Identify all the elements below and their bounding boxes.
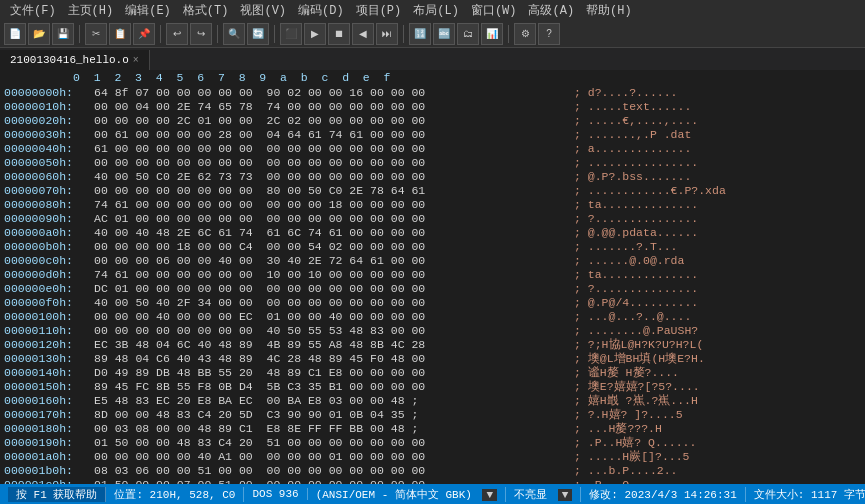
hex-bytes[interactable]: 00 00 00 40 00 00 00 EC 01 00 00 40 00 0… bbox=[94, 310, 574, 324]
hex-bytes[interactable]: D0 49 89 DB 48 BB 55 20 48 89 C1 E8 00 0… bbox=[94, 366, 574, 380]
status-charset: (ANSI/OEM - 简体中文 GBK) ▼ bbox=[308, 487, 506, 502]
menu-advanced[interactable]: 高级(A) bbox=[522, 0, 580, 20]
menu-format[interactable]: 格式(T) bbox=[177, 0, 235, 20]
table-row: 00000050h: 00 00 00 00 00 00 00 00 00 00… bbox=[0, 156, 865, 170]
toolbar-btn9[interactable]: ⏭ bbox=[376, 23, 398, 45]
hex-bytes[interactable]: EC 3B 48 04 6C 40 48 89 4B 89 55 A8 48 8… bbox=[94, 338, 574, 352]
hex-bytes[interactable]: 61 00 00 00 00 00 00 00 00 00 00 00 00 0… bbox=[94, 142, 574, 156]
hex-address: 000000e0h: bbox=[4, 282, 94, 296]
toolbar-paste[interactable]: 📌 bbox=[133, 23, 155, 45]
toolbar-btn6[interactable]: ▶ bbox=[304, 23, 326, 45]
menu-project[interactable]: 项目(P) bbox=[350, 0, 408, 20]
menu-file[interactable]: 文件(F) bbox=[4, 0, 62, 20]
hex-content[interactable]: 0 1 2 3 4 5 6 7 8 9 a b c d e f 00000000… bbox=[0, 70, 865, 484]
toolbar-btn11[interactable]: 🔤 bbox=[433, 23, 455, 45]
menu-home[interactable]: 主页(H) bbox=[62, 0, 120, 20]
hex-bytes[interactable]: 74 61 00 00 00 00 00 00 10 00 10 00 00 0… bbox=[94, 268, 574, 282]
hex-bytes[interactable]: E5 48 83 EC 20 E8 BA EC 00 BA E8 03 00 0… bbox=[94, 394, 574, 408]
hex-ascii: ; .P..H嬉? Q...... bbox=[574, 436, 861, 450]
hex-bytes[interactable]: 64 8f 07 00 00 00 00 00 90 02 00 00 16 0… bbox=[94, 86, 574, 100]
tab-label: 2100130416_hello.o bbox=[10, 54, 129, 66]
hex-bytes[interactable]: 00 00 00 00 18 00 00 C4 00 00 54 02 00 0… bbox=[94, 240, 574, 254]
menu-help[interactable]: 帮助(H) bbox=[580, 0, 638, 20]
hex-address: 000000a0h: bbox=[4, 226, 94, 240]
toolbar-btn10[interactable]: 🔢 bbox=[409, 23, 431, 45]
toolbar-btn5[interactable]: ⬛ bbox=[280, 23, 302, 45]
status-f1-hint: 按 F1 获取帮助 bbox=[8, 487, 106, 502]
toolbar-btn12[interactable]: 🗂 bbox=[457, 23, 479, 45]
toolbar-replace[interactable]: 🔄 bbox=[247, 23, 269, 45]
hex-bytes[interactable]: 00 00 00 00 00 00 00 00 40 50 55 53 48 8… bbox=[94, 324, 574, 338]
toolbar-btn8[interactable]: ◀ bbox=[352, 23, 374, 45]
toolbar-redo[interactable]: ↪ bbox=[190, 23, 212, 45]
table-row: 000000e0h: DC 01 00 00 00 00 00 00 00 00… bbox=[0, 282, 865, 296]
hex-bytes[interactable]: 00 61 00 00 00 00 28 00 04 64 61 74 61 0… bbox=[94, 128, 574, 142]
toolbar-help[interactable]: ? bbox=[538, 23, 560, 45]
toolbar-btn13[interactable]: 📊 bbox=[481, 23, 503, 45]
hex-bytes[interactable]: 40 00 50 C0 2E 62 73 73 00 00 00 00 00 0… bbox=[94, 170, 574, 184]
hex-address: 00000120h: bbox=[4, 338, 94, 352]
tab-close-icon[interactable]: × bbox=[133, 55, 139, 66]
table-row: 00000120h: EC 3B 48 04 6C 40 48 89 4B 89… bbox=[0, 338, 865, 352]
hex-ascii: ; a.............. bbox=[574, 142, 861, 156]
hex-bytes[interactable]: 89 48 04 C6 40 43 48 89 4C 28 48 89 45 F… bbox=[94, 352, 574, 366]
toolbar-copy[interactable]: 📋 bbox=[109, 23, 131, 45]
hex-bytes[interactable]: AC 01 00 00 00 00 00 00 00 00 00 00 00 0… bbox=[94, 212, 574, 226]
menu-layout[interactable]: 布局(L) bbox=[407, 0, 465, 20]
toolbar-find[interactable]: 🔍 bbox=[223, 23, 245, 45]
status-modified: 修改: 2023/4/3 14:26:31 bbox=[581, 487, 745, 502]
hex-bytes[interactable]: 74 61 00 00 00 00 00 00 00 00 00 18 00 0… bbox=[94, 198, 574, 212]
hex-bytes[interactable]: 89 45 FC 8B 55 F8 0B D4 5B C3 35 B1 00 0… bbox=[94, 380, 574, 394]
hex-bytes[interactable]: 40 00 40 48 2E 6C 61 74 61 6C 74 61 00 0… bbox=[94, 226, 574, 240]
hex-bytes[interactable]: 00 03 08 00 00 48 89 C1 E8 8E FF FF BB 0… bbox=[94, 422, 574, 436]
hex-ascii: ; ................ bbox=[574, 156, 861, 170]
toolbar-open[interactable]: 📂 bbox=[28, 23, 50, 45]
table-row: 00000000h: 64 8f 07 00 00 00 00 00 90 02… bbox=[0, 86, 865, 100]
table-row: 00000030h: 00 61 00 00 00 00 28 00 04 64… bbox=[0, 128, 865, 142]
hex-ascii: ; .....text...... bbox=[574, 100, 861, 114]
menu-view[interactable]: 视图(V) bbox=[234, 0, 292, 20]
toolbar-undo[interactable]: ↩ bbox=[166, 23, 188, 45]
hex-rows-container: 00000000h: 64 8f 07 00 00 00 00 00 90 02… bbox=[0, 86, 865, 484]
hex-ascii: ; @.P?.bss....... bbox=[574, 170, 861, 184]
hex-bytes[interactable]: 00 00 04 00 2E 74 65 78 74 00 00 00 00 0… bbox=[94, 100, 574, 114]
hex-ascii: ; .......?.T... bbox=[574, 240, 861, 254]
hex-bytes[interactable]: 00 00 00 00 00 00 00 00 80 00 50 C0 2E 7… bbox=[94, 184, 574, 198]
table-row: 000001b0h: 08 03 06 00 00 51 00 00 00 00… bbox=[0, 464, 865, 478]
toolbar-btn7[interactable]: ⏹ bbox=[328, 23, 350, 45]
hex-address: 00000160h: bbox=[4, 394, 94, 408]
hex-bytes[interactable]: DC 01 00 00 00 00 00 00 00 00 00 00 00 0… bbox=[94, 282, 574, 296]
menu-bar: 文件(F) 主页(H) 编辑(E) 格式(T) 视图(V) 编码(D) 项目(P… bbox=[0, 0, 865, 20]
hex-address: 00000130h: bbox=[4, 352, 94, 366]
hex-bytes[interactable]: 00 00 00 06 00 00 40 00 30 40 2E 72 64 6… bbox=[94, 254, 574, 268]
toolbar-sep5 bbox=[403, 25, 404, 43]
hex-bytes[interactable]: 40 00 50 40 2F 34 00 00 00 00 00 00 00 0… bbox=[94, 296, 574, 310]
menu-encode[interactable]: 编码(D) bbox=[292, 0, 350, 20]
menu-edit[interactable]: 编辑(E) bbox=[119, 0, 177, 20]
hex-ascii: ; ........@.PaUSH? bbox=[574, 324, 861, 338]
tab-main-file[interactable]: 2100130416_hello.o × bbox=[0, 50, 150, 70]
tab-bar: 2100130416_hello.o × bbox=[0, 48, 865, 70]
hex-ascii: ; ?;H協L@H?K?U?H?L( bbox=[574, 338, 861, 352]
charset-dropdown[interactable]: ▼ bbox=[482, 489, 497, 501]
table-row: 00000190h: 01 50 00 00 48 83 C4 20 51 00… bbox=[0, 436, 865, 450]
hex-address: 00000060h: bbox=[4, 170, 94, 184]
toolbar-save[interactable]: 💾 bbox=[52, 23, 74, 45]
toolbar-sep1 bbox=[79, 25, 80, 43]
hex-address: 00000080h: bbox=[4, 198, 94, 212]
hex-bytes[interactable]: 08 03 06 00 00 51 00 00 00 00 00 00 00 0… bbox=[94, 464, 574, 478]
toolbar-settings[interactable]: ⚙ bbox=[514, 23, 536, 45]
hex-bytes[interactable]: 00 00 00 00 00 40 A1 00 00 00 00 01 00 0… bbox=[94, 450, 574, 464]
hex-bytes[interactable]: 8D 00 00 48 83 C4 20 5D C3 90 90 01 0B 0… bbox=[94, 408, 574, 422]
hex-address: 000001b0h: bbox=[4, 464, 94, 478]
menu-window[interactable]: 窗口(W) bbox=[465, 0, 523, 20]
hex-bytes[interactable]: 01 50 00 00 48 83 C4 20 51 00 00 00 00 0… bbox=[94, 436, 574, 450]
toolbar-new[interactable]: 📄 bbox=[4, 23, 26, 45]
hex-ascii: ; ......@.0@.rda bbox=[574, 254, 861, 268]
hex-bytes[interactable]: 00 00 00 00 2C 01 00 00 2C 02 00 00 00 0… bbox=[94, 114, 574, 128]
hex-ascii: ; ta.............. bbox=[574, 268, 861, 282]
hex-bytes[interactable]: 00 00 00 00 00 00 00 00 00 00 00 00 00 0… bbox=[94, 156, 574, 170]
toolbar-cut[interactable]: ✂ bbox=[85, 23, 107, 45]
hex-ascii: ; ............€.P?.xda bbox=[574, 184, 861, 198]
display-dropdown[interactable]: ▼ bbox=[558, 489, 573, 501]
